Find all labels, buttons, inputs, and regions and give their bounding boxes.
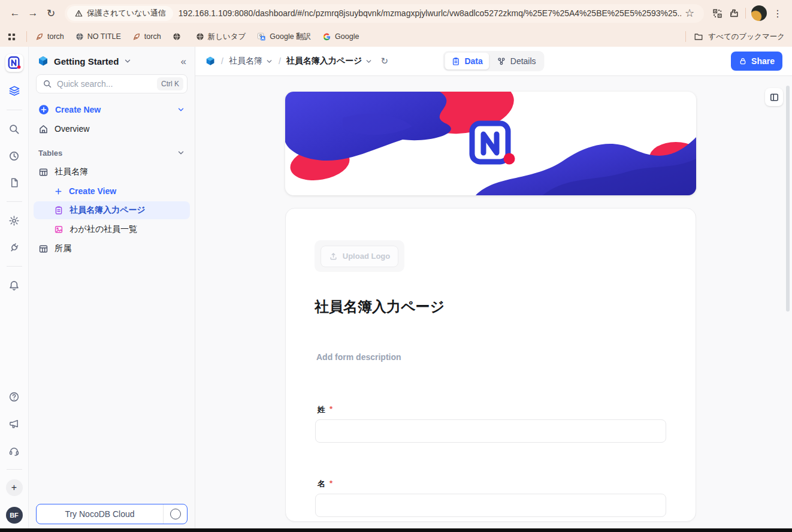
lock-icon [739,57,747,65]
bookmark-star-icon[interactable]: ☆ [681,5,698,22]
details-schema-icon [497,57,506,66]
quick-search-input[interactable] [57,79,152,89]
forward-icon[interactable]: → [24,4,42,22]
rail-add-button[interactable]: + [6,479,23,496]
field-label-firstname[interactable]: 名 * [318,479,332,489]
bookmark-item[interactable]: torch [132,32,161,41]
form-title[interactable]: 社員名簿入力ページ [315,297,445,316]
form-view-icon [54,205,64,215]
browser-menu-icon[interactable]: ⋮ [769,5,786,22]
bases-layers-icon[interactable] [5,82,23,100]
bookmark-label: torch [144,32,161,41]
form-card: Upload Logo 社員名簿入力ページ Add form descripti… [285,208,696,522]
bookmark-item[interactable]: 新しいタブ [196,32,246,42]
integrations-plug-icon[interactable] [5,238,23,256]
browser-profile-avatar[interactable] [751,5,767,21]
address-bar[interactable]: 保護されていない通信 192.168.1.109:8080/dashboard/… [65,4,704,23]
tables-section-header[interactable]: Tables [34,144,190,162]
help-icon[interactable] [5,388,23,406]
toggle-field-panel-button[interactable] [765,88,783,106]
browser-reload-icon[interactable]: ↻ [42,4,60,22]
form-banner-image[interactable] [285,92,696,195]
bookmarks-right-divider [685,31,686,42]
table-item-employees[interactable]: 社員名簿 [34,163,190,181]
upload-logo-label: Upload Logo [343,252,390,261]
bookmark-item[interactable]: NO TITLE [75,32,121,41]
warning-triangle-icon [74,9,83,18]
announcements-megaphone-icon[interactable] [5,415,23,433]
bookmark-item[interactable]: torch [35,32,64,41]
field-label-lastname[interactable]: 姓 * [318,404,332,415]
nocodb-logo[interactable] [5,54,23,72]
search-icon[interactable] [5,120,23,138]
tab-details[interactable]: Details [491,53,543,69]
vertical-scrollbar[interactable] [786,86,790,312]
quick-search-box[interactable]: Ctrl K [36,74,188,93]
user-avatar[interactable]: BF [6,507,23,524]
table-grid-icon [38,167,49,177]
workspace-name: Getting Started [54,56,119,66]
qr-code-icon[interactable] [709,5,726,22]
create-view-button[interactable]: Create View [34,182,190,200]
taskbar-edge [0,528,792,532]
search-icon [43,79,52,89]
upload-logo-area[interactable]: Upload Logo [315,240,404,272]
view-reload-icon[interactable]: ↻ [380,56,388,66]
base-cube-icon[interactable] [205,56,216,66]
support-headset-icon[interactable] [5,442,23,460]
back-icon[interactable]: ← [6,4,24,22]
table-item-departments[interactable]: 所属 [34,240,190,258]
url-text[interactable]: 192.168.1.109:8080/dashboard/#/nc/pzmrq8… [179,8,681,18]
view-name: 社員名簿入力ページ [69,205,146,216]
table-grid-icon [38,244,49,254]
sidebar-item-overview[interactable]: Overview [34,120,190,138]
cloud-cta-label: Try NocoDB Cloud [37,504,163,524]
browser-toolbar: ← → ↻ 保護されていない通信 192.168.1.109:8080/dash… [0,0,792,26]
document-icon[interactable] [5,174,23,192]
breadcrumb-view[interactable]: 社員名簿入力ページ [286,56,373,66]
tab-data[interactable]: Data [445,53,489,69]
recent-clock-icon[interactable] [5,147,23,165]
view-name: わが社の社員一覧 [69,224,137,235]
cloud-help-icon[interactable] [163,504,187,524]
security-chip[interactable]: 保護されていない通信 [67,6,173,21]
notifications-bell-icon[interactable] [5,276,23,294]
security-chip-label: 保護されていない通信 [87,8,166,19]
share-button[interactable]: Share [731,52,782,71]
bookmark-item[interactable] [173,32,185,41]
share-label: Share [751,56,775,66]
rail-divider [7,469,22,470]
panel-layout-icon [769,92,779,102]
table-name: 所属 [55,243,71,254]
folder-icon [694,32,703,41]
breadcrumb-table-label: 社員名簿 [229,56,262,66]
bookmark-item[interactable]: Google [322,32,359,41]
try-nocodb-cloud-button[interactable]: Try NocoDB Cloud [36,504,188,524]
search-shortcut-badge: Ctrl K [157,77,183,90]
view-item-gallery[interactable]: わが社の社員一覧 [34,220,190,238]
upload-logo-button[interactable]: Upload Logo [321,246,398,267]
all-bookmarks-button[interactable]: すべてのブックマーク [708,32,785,42]
view-item-form-active[interactable]: 社員名簿入力ページ [34,201,190,219]
bookmark-item[interactable]: Google 翻訳 [257,32,311,42]
gallery-view-icon [54,225,64,234]
chevron-down-icon [365,58,373,65]
field-input-lastname[interactable] [315,419,666,443]
form-description-placeholder[interactable]: Add form description [316,352,401,362]
breadcrumb-table[interactable]: 社員名簿 [229,56,273,66]
base-cube-icon [37,55,49,67]
sidebar-collapse-icon[interactable]: « [181,56,186,66]
create-new-button[interactable]: Create New [34,101,190,119]
workspace-header[interactable]: Getting Started « [29,53,195,73]
mini-sidebar-rail: + BF [0,47,29,528]
field-input-firstname[interactable] [315,494,666,517]
upload-icon [329,252,338,261]
settings-gear-icon[interactable] [5,211,23,229]
chevron-down-icon [123,57,132,65]
required-asterisk: * [330,479,332,488]
extensions-puzzle-icon[interactable] [726,5,742,22]
translate-icon [257,32,266,41]
form-builder-canvas: Upload Logo 社員名簿入力ページ Add form descripti… [195,76,792,528]
feather-icon [132,32,141,41]
apps-grid-icon[interactable] [7,32,16,41]
